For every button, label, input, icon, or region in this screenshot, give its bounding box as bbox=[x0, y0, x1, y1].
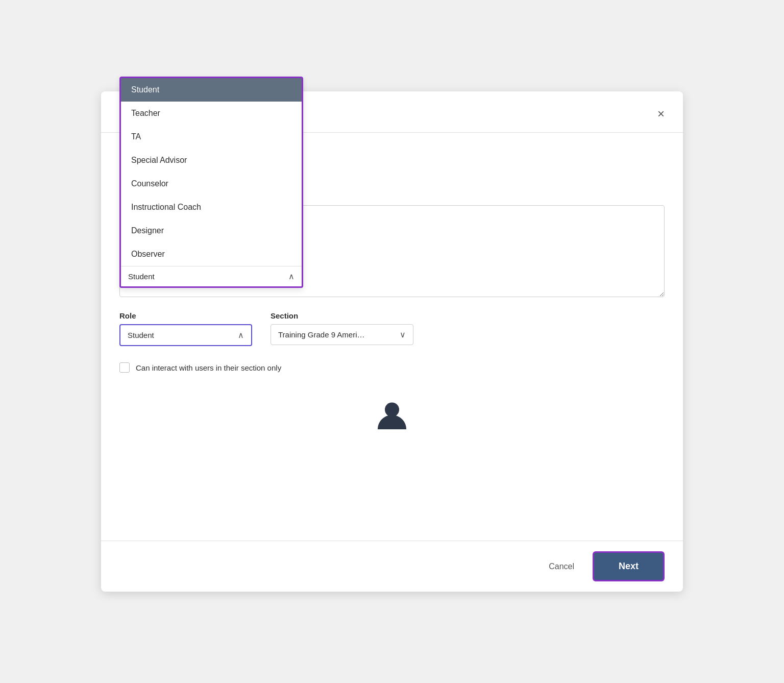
role-section-row: Role Student ∧ Student Teacher TA Specia… bbox=[119, 311, 665, 346]
modal-footer: Cancel Next bbox=[101, 541, 683, 592]
dropdown-item-ta[interactable]: TA bbox=[121, 125, 302, 149]
dropdown-footer-value: Student bbox=[128, 272, 155, 281]
role-dropdown: Student Teacher TA Special Advisor Couns… bbox=[119, 77, 303, 288]
dropdown-footer: Student ∧ bbox=[121, 266, 302, 286]
dropdown-item-teacher[interactable]: Teacher bbox=[121, 102, 302, 125]
chevron-up-icon: ∧ bbox=[238, 330, 244, 340]
section-column: Section Training Grade 9 Ameri… ∨ bbox=[271, 311, 413, 345]
interact-checkbox[interactable] bbox=[119, 362, 130, 373]
section-label: Section bbox=[271, 311, 413, 320]
cancel-button[interactable]: Cancel bbox=[538, 556, 584, 577]
svg-point-0 bbox=[385, 403, 399, 417]
dropdown-item-counselor[interactable]: Counselor bbox=[121, 172, 302, 196]
modal-body: Add user(s) by Email Address Email Addre… bbox=[101, 133, 683, 541]
dropdown-item-instructional-coach[interactable]: Instructional Coach bbox=[121, 196, 302, 219]
add-people-modal: Add People × Add user(s) by Email Addres… bbox=[101, 91, 683, 592]
user-icon-area bbox=[119, 397, 665, 433]
dropdown-item-observer[interactable]: Observer bbox=[121, 242, 302, 266]
role-column: Role Student ∧ Student Teacher TA Specia… bbox=[119, 311, 252, 346]
chevron-collapse-icon: ∧ bbox=[288, 272, 295, 281]
role-label: Role bbox=[119, 311, 252, 320]
user-avatar-icon bbox=[374, 397, 410, 433]
next-button[interactable]: Next bbox=[593, 551, 665, 581]
role-select-button[interactable]: Student ∧ bbox=[119, 324, 252, 346]
close-button[interactable]: × bbox=[657, 108, 665, 120]
interact-label: Can interact with users in their section… bbox=[136, 363, 281, 372]
section-select-value: Training Grade 9 Ameri… bbox=[278, 330, 365, 339]
chevron-down-icon: ∨ bbox=[400, 330, 406, 339]
dropdown-item-designer[interactable]: Designer bbox=[121, 219, 302, 242]
role-select-value: Student bbox=[128, 331, 154, 339]
interact-checkbox-row: Can interact with users in their section… bbox=[119, 362, 665, 373]
dropdown-item-special-advisor[interactable]: Special Advisor bbox=[121, 149, 302, 172]
dropdown-item-student[interactable]: Student bbox=[121, 78, 302, 102]
section-select-button[interactable]: Training Grade 9 Ameri… ∨ bbox=[271, 324, 413, 345]
